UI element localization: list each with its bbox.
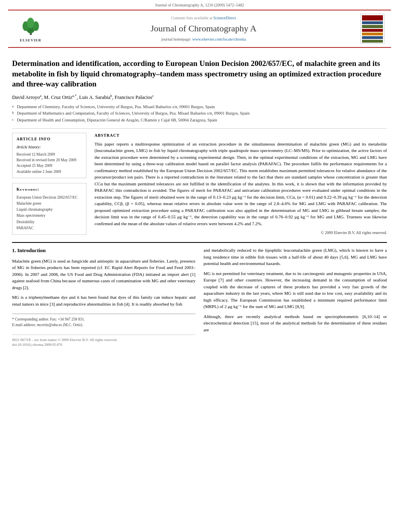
section1-heading: 1. Introduction bbox=[12, 247, 195, 254]
top-citation: Journal of Chromatography A, 1216 (2009)… bbox=[0, 0, 399, 10]
affil-sup-c: c bbox=[12, 117, 15, 123]
article-info-box: ARTICLE INFO Article history: Received 1… bbox=[12, 133, 86, 178]
accepted-line: Accepted 25 May 2009 bbox=[16, 163, 82, 168]
intro-para-1: Malachite green (MG) is used as fungicid… bbox=[12, 258, 195, 291]
intro-para-2: MG is a triphenylmethane dye and it has … bbox=[12, 294, 195, 307]
footer-bar: 0021-9673/$ – see front matter © 2009 El… bbox=[12, 335, 195, 343]
keyword-4: Mass spectrometry bbox=[16, 213, 82, 219]
keyword-1: European Union Decision 2002/657/EC bbox=[16, 195, 82, 201]
keyword-3: Liquid chromatography bbox=[16, 207, 82, 213]
affil-text-c: Department of Health and Consumption, Di… bbox=[17, 117, 217, 123]
keywords-title: Keywords: bbox=[16, 187, 82, 192]
homepage-label: journal homepage: bbox=[161, 37, 191, 41]
keyword-6: PARAFAC bbox=[16, 225, 82, 231]
article-info-section-title: ARTICLE INFO bbox=[16, 136, 82, 142]
abstract-text: This paper reports a multiresponse optim… bbox=[95, 141, 387, 227]
author-sup-a: a bbox=[40, 94, 41, 98]
section1-title: Introduction bbox=[17, 247, 46, 253]
header-divider bbox=[12, 128, 387, 129]
body-content: 1. Introduction Malachite green (MG) is … bbox=[12, 242, 387, 349]
affil-sup-b: b bbox=[12, 110, 15, 117]
main-content: Determination and identification, accord… bbox=[0, 48, 399, 357]
svg-point-4 bbox=[27, 18, 34, 28]
affiliation-b: b Department of Mathematics and Computat… bbox=[12, 110, 387, 117]
affil-text-b: Department of Mathematics and Computatio… bbox=[17, 110, 250, 117]
article-history-label: Article history: bbox=[16, 144, 82, 150]
article-title: Determination and identification, accord… bbox=[12, 58, 387, 89]
intro-para-3: and metabolically reduced to the lipophi… bbox=[204, 247, 387, 267]
keyword-2: Malachite green bbox=[16, 201, 82, 207]
elsevier-label: ELSEVIER bbox=[20, 38, 41, 43]
citation-text: Journal of Chromatography A, 1216 (2009)… bbox=[155, 3, 244, 7]
right-column: ABSTRACT This paper reports a multirespo… bbox=[95, 133, 387, 236]
received-line: Received 12 March 2009 bbox=[16, 152, 82, 157]
journal-center: Contents lists available at ScienceDirec… bbox=[51, 15, 356, 42]
affiliations: a Department of Chemistry, Faculty of Sc… bbox=[12, 104, 387, 123]
science-direct-prefix: Contents lists available at bbox=[171, 16, 212, 20]
author-corresponding-marker: * bbox=[75, 94, 77, 98]
footnotes-area: * Corresponding author. Fax: +34 947 258… bbox=[12, 314, 195, 328]
body-right-col: and metabolically reduced to the lipophi… bbox=[204, 247, 387, 349]
left-column: ARTICLE INFO Article history: Received 1… bbox=[12, 133, 86, 236]
online-line: Available online 2 June 2009 bbox=[16, 169, 82, 175]
affiliation-a: a Department of Chemistry, Faculty of Sc… bbox=[12, 104, 387, 110]
affiliation-c: c Department of Health and Consumption, … bbox=[12, 117, 387, 123]
revised-line: Received in revised form 20 May 2009 bbox=[16, 157, 82, 163]
footnote-corresponding: * Corresponding author. Fax: +34 947 258… bbox=[12, 316, 195, 322]
journal-header: ELSEVIER Contents lists available at Sci… bbox=[8, 10, 391, 48]
journal-cover-image bbox=[360, 14, 385, 44]
science-direct-link[interactable]: ScienceDirect bbox=[213, 16, 236, 20]
abstract-paragraph: This paper reports a multiresponse optim… bbox=[95, 141, 387, 227]
keywords-box: Keywords: European Union Decision 2002/6… bbox=[12, 183, 86, 235]
section1-number: 1. bbox=[12, 247, 16, 253]
keyword-5: Desirability bbox=[16, 219, 82, 225]
article-info-abstract-layout: ARTICLE INFO Article history: Received 1… bbox=[12, 133, 387, 236]
intro-para-4: MG is not permitted for veterinary treat… bbox=[204, 270, 387, 310]
author-sup-b: b bbox=[110, 94, 112, 98]
authors-line: David Arroyoa, M. Cruz Ortiza,*, Luis A.… bbox=[12, 93, 387, 101]
homepage-url[interactable]: www.elsevier.com/locate/chroma bbox=[192, 37, 246, 41]
page: Journal of Chromatography A, 1216 (2009)… bbox=[0, 0, 399, 357]
footer-issn: 0021-9673/$ – see front matter © 2009 El… bbox=[12, 337, 117, 343]
elsevier-tree-icon bbox=[20, 15, 42, 37]
body-left-col: 1. Introduction Malachite green (MG) is … bbox=[12, 247, 195, 349]
science-direct-line: Contents lists available at ScienceDirec… bbox=[51, 15, 356, 21]
footer-doi: doi:10.1016/j.chroma.2009.05.076 bbox=[12, 342, 195, 349]
abstract-section-title: ABSTRACT bbox=[95, 133, 387, 138]
footnote-email: E-mail address: mcortiz@ubu.es (M.C. Ort… bbox=[12, 322, 195, 328]
body-two-col-layout: 1. Introduction Malachite green (MG) is … bbox=[12, 247, 387, 349]
journal-title-header: Journal of Chromatography A bbox=[51, 23, 356, 35]
author-sup-c: c bbox=[152, 94, 154, 98]
journal-homepage: journal homepage: www.elsevier.com/locat… bbox=[51, 37, 356, 42]
elsevier-logo: ELSEVIER bbox=[14, 15, 47, 43]
affil-text-a: Department of Chemistry, Faculty of Scie… bbox=[17, 104, 215, 110]
intro-para-5: Although, there are recently analytical … bbox=[204, 313, 387, 333]
affil-sup-a: a bbox=[12, 104, 15, 110]
copyright-line: © 2009 Elsevier B.V. All rights reserved… bbox=[95, 230, 387, 236]
